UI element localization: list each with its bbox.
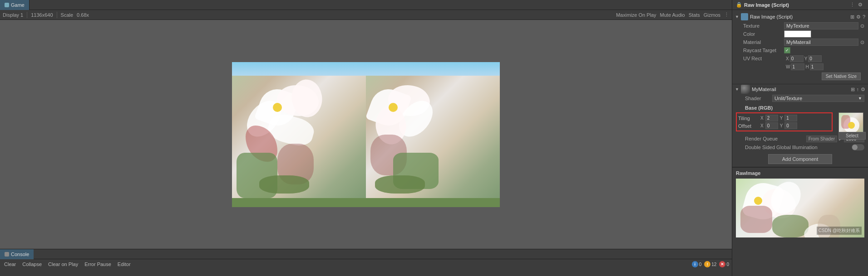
console-toolbar: Clear Collapse Clear on Play Error Pause… — [0, 259, 732, 269]
raw-image-header: ▼ Raw Image (Script) ⊞ ⚙ ? — [732, 12, 868, 22]
clear-on-play-btn[interactable]: Clear on Play — [47, 261, 79, 267]
double-sided-row: Double Sided Global Illumination — [732, 143, 868, 151]
raycast-checkbox[interactable]: ✓ — [784, 47, 790, 53]
uv-xy-pair-1: X Y — [786, 55, 864, 62]
uv-h-input[interactable] — [810, 63, 824, 70]
component-actions: ⊞ ⚙ ? — [850, 14, 865, 20]
uv-y-input[interactable] — [808, 55, 822, 62]
offset-y-letter: Y — [780, 123, 783, 128]
material-input[interactable] — [784, 39, 858, 46]
uv-rect-row-1: UV Rect X Y — [732, 54, 868, 63]
inspector-title: Raw Image (Script) — [744, 2, 848, 8]
material-browse-icon[interactable]: ⊙ — [860, 39, 864, 45]
console-tab-icon — [5, 252, 9, 257]
texture-label: Texture — [743, 23, 784, 29]
material-settings-icon[interactable]: ⚙ — [861, 87, 865, 92]
raycast-target-row: Raycast Target ✓ — [732, 46, 868, 54]
error-pause-btn[interactable]: Error Pause — [83, 261, 113, 267]
gizmos-btn[interactable]: Gizmos — [704, 12, 720, 18]
game-view — [0, 20, 732, 249]
shader-dropdown[interactable]: Unlit/Texture ▼ — [772, 95, 864, 102]
uv-x-input[interactable] — [790, 55, 804, 62]
game-tab-bar: Game — [0, 0, 732, 10]
console-tab-label: Console — [11, 252, 29, 257]
material-up-icon[interactable]: ↑ — [857, 87, 859, 92]
material-value: ⊙ — [784, 39, 864, 46]
tiling-x-input[interactable] — [765, 115, 778, 121]
warn-count: 12 — [711, 262, 716, 267]
material-name: MyMaterail — [752, 87, 849, 92]
inspector-settings-icon[interactable]: ⚙ — [858, 2, 864, 8]
double-sided-label: Double Sided Global Illumination — [745, 145, 850, 150]
uv-rect-row-2: W H — [732, 63, 868, 71]
warn-badge: ! 12 — [704, 261, 716, 267]
maximize-on-play-btn[interactable]: Maximize On Play — [616, 12, 656, 18]
mute-audio-btn[interactable]: Mute Audio — [660, 12, 685, 18]
tiling-label: Tiling — [738, 116, 759, 121]
stats-btn[interactable]: Stats — [689, 12, 700, 18]
render-queue-source[interactable]: From Shader — [806, 136, 837, 142]
add-component-row: Add Component — [732, 151, 868, 167]
sky-right — [366, 62, 500, 76]
lock-icon: 🔒 — [736, 2, 742, 8]
component-arrow-icon: ▼ — [735, 15, 739, 19]
raw-image-component-name: Raw Image (Script) — [750, 14, 848, 19]
game-tab[interactable]: Game — [0, 0, 30, 10]
rawimage-section-label: RawImage — [732, 169, 868, 177]
uv-w-label: W — [786, 64, 790, 69]
offset-x-letter: X — [760, 123, 764, 128]
texture-browse-icon[interactable]: ⊙ — [860, 23, 864, 29]
tiling-x-letter: X — [760, 116, 764, 121]
select-btn[interactable]: Select — [838, 132, 866, 140]
color-value — [784, 30, 864, 38]
double-sided-toggle[interactable] — [852, 144, 864, 150]
material-thumbnail — [741, 85, 750, 94]
clear-btn[interactable]: Clear — [3, 261, 17, 267]
toolbar-sep-2 — [57, 12, 57, 18]
more-options-icon[interactable]: ⋮ — [724, 12, 729, 18]
error-badge: ✕ 0 — [719, 261, 729, 267]
base-rgb-label: Base (RGB) — [732, 104, 868, 111]
flower-image-right — [366, 62, 500, 207]
tiling-row: Tiling X Y — [738, 115, 830, 121]
material-actions: ⊞ ↑ ⚙ — [851, 87, 866, 92]
raycast-label: Raycast Target — [743, 48, 784, 53]
component-settings-icon[interactable]: ⚙ — [856, 14, 861, 20]
component-prefab-icon[interactable]: ⊞ — [850, 14, 854, 20]
material-prefab-icon[interactable]: ⊞ — [851, 87, 855, 92]
toggle-knob — [852, 145, 858, 150]
raycast-value: ✓ — [784, 47, 864, 53]
editor-btn[interactable]: Editor — [116, 261, 132, 267]
offset-label: Offset — [738, 123, 759, 129]
color-row: Color — [732, 30, 868, 38]
game-toolbar: Display 1 1136x640 Scale 0.68x Maximize … — [0, 10, 732, 20]
add-component-btn[interactable]: Add Component — [768, 154, 833, 164]
native-size-btn[interactable]: Set Native Size — [822, 73, 861, 80]
color-swatch[interactable] — [784, 30, 811, 38]
game-canvas — [232, 62, 500, 207]
offset-y-input[interactable] — [784, 122, 797, 129]
material-row: Material ⊙ — [732, 38, 868, 46]
offset-x-input[interactable] — [765, 122, 778, 129]
texture-input[interactable] — [784, 22, 858, 29]
uv-x-label: X — [786, 56, 789, 61]
collapse-btn[interactable]: Collapse — [21, 261, 43, 267]
texture-value: ⊙ — [784, 22, 864, 29]
console-area: Console Clear Collapse Clear on Play Err… — [0, 249, 732, 276]
raw-image-component: ▼ Raw Image (Script) ⊞ ⚙ ? Texture ⊙ Col… — [732, 10, 868, 84]
render-queue-label: Render Queue — [745, 136, 804, 141]
display-selector[interactable]: Display 1 — [3, 12, 23, 18]
ground-right — [366, 198, 500, 207]
inspector-menu-icon[interactable]: ⋮ — [850, 2, 856, 8]
shader-dropdown-arrow: ▼ — [858, 96, 862, 101]
console-tab[interactable]: Console — [0, 249, 34, 259]
material-label: Material — [743, 39, 784, 45]
scale-value: 0.68x — [77, 12, 89, 18]
tiling-y-letter: Y — [780, 116, 783, 121]
uv-w-input[interactable] — [791, 63, 804, 70]
warn-badge-icon: ! — [704, 261, 710, 267]
component-help-icon[interactable]: ? — [863, 14, 865, 20]
material-section: ▼ MyMaterail ⊞ ↑ ⚙ Shader Unlit/Texture … — [732, 84, 868, 167]
tiling-y-input[interactable] — [784, 115, 797, 121]
main-area: Game Display 1 1136x640 Scale 0.68x Maxi… — [0, 0, 732, 276]
